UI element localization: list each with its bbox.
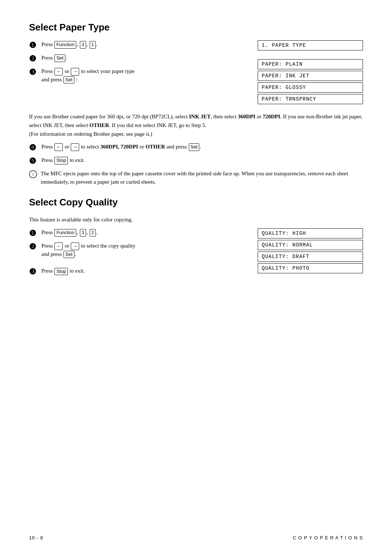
key-3-1: 3 bbox=[80, 41, 86, 48]
key-function-s2: Function bbox=[54, 229, 76, 236]
lcd-box-quality-draft: QUALITY: DRAFT bbox=[258, 252, 363, 262]
section2-step2-text3: and press bbox=[41, 251, 63, 257]
text-other-bold: OTHER bbox=[89, 122, 109, 128]
section2-step1-row: ❶ Press Function, 3, 2. bbox=[29, 228, 247, 238]
section-copy-quality: Select Copy Quality This feature is avai… bbox=[29, 197, 363, 280]
step3-row: ❸ Press ← or → to select your paper type… bbox=[29, 67, 247, 83]
lcd-area-2: QUALITY: HIGH QUALITY: NORMAL QUALITY: D… bbox=[258, 228, 363, 275]
section1-title: Select Paper Type bbox=[29, 22, 363, 33]
key-stop-s2: Stop bbox=[54, 268, 68, 275]
section2-step1-num: ❶ bbox=[29, 229, 40, 238]
key-left-3: ← bbox=[54, 68, 63, 75]
section1-steps: ❶ Press Function, 3, 1. ❷ Press Set. ❸ bbox=[29, 40, 258, 87]
key-left-s2: ← bbox=[54, 242, 63, 250]
step5-content: Press Stop to exit. bbox=[41, 156, 363, 164]
key-set-s2: Set bbox=[64, 251, 74, 258]
step2-text: Press bbox=[41, 55, 54, 61]
section2-step2-num: ❷ bbox=[29, 242, 40, 252]
key-right-s2: → bbox=[71, 242, 79, 250]
step1-row: ❶ Press Function, 3, 1. bbox=[29, 40, 247, 50]
step5-text: Press bbox=[41, 157, 54, 163]
key-right-4: → bbox=[71, 143, 79, 151]
step4-row: ❹ Press ← or → to select 360DPI, 720DPI … bbox=[29, 143, 363, 152]
lcd-box-plain: PAPER: PLAIN bbox=[258, 59, 363, 69]
footer-page: 10 - 8 bbox=[29, 535, 43, 540]
note-icon: i bbox=[29, 170, 37, 178]
lcd-box-quality-normal: QUALITY: NORMAL bbox=[258, 240, 363, 250]
key-3-s2: 3 bbox=[80, 229, 86, 236]
text-720dpi-bold: 720DPI bbox=[263, 114, 280, 119]
section2-step2-text1: Press bbox=[41, 243, 54, 249]
section1-content: ❶ Press Function, 3, 1. ❷ Press Set. ❸ bbox=[29, 40, 363, 106]
step4-or2: or bbox=[139, 144, 145, 150]
section2-steps: ❶ Press Function, 3, 2. ❷ Press ← or → t… bbox=[29, 228, 258, 280]
text-360dpi-bold: 360DPI bbox=[238, 114, 255, 119]
body-para-1: If you use Brother coated paper for 360 … bbox=[29, 112, 363, 138]
section2-step2-or: or bbox=[65, 243, 70, 249]
step3-colon: : bbox=[76, 77, 77, 82]
key-1-1: 1 bbox=[90, 41, 96, 48]
step4-options-bold: 360DPI, 720DPI bbox=[101, 144, 138, 150]
step3-text1: Press bbox=[41, 68, 54, 74]
step2-content: Press Set. bbox=[41, 54, 247, 62]
section2-step2-text2: to select the copy quality bbox=[81, 243, 135, 249]
section2-step3-row: ❸ Press Stop to exit. bbox=[29, 267, 247, 277]
step5-row: ❺ Press Stop to exit. bbox=[29, 156, 363, 166]
key-set-4: Set bbox=[189, 143, 200, 151]
key-2-s2: 2 bbox=[90, 229, 96, 236]
section2-step3-content: Press Stop to exit. bbox=[41, 267, 247, 275]
key-right-3: → bbox=[71, 68, 79, 75]
step3-text2: to select your paper type bbox=[81, 68, 134, 74]
key-stop-5: Stop bbox=[54, 157, 68, 164]
step3-indent: and press bbox=[41, 77, 63, 82]
footer: 10 - 8 C O P Y O P E R A T I O N S bbox=[29, 535, 363, 540]
note-content: The MFC ejects paper onto the top of the… bbox=[41, 170, 363, 186]
section2-step3-num: ❸ bbox=[29, 267, 40, 277]
section2-step1-content: Press Function, 3, 2. bbox=[41, 228, 247, 237]
step4-text2: to select bbox=[81, 144, 100, 150]
spacer-s2 bbox=[29, 262, 247, 267]
note-row: i The MFC ejects paper onto the top of t… bbox=[29, 170, 363, 186]
step4-content: Press ← or → to select 360DPI, 720DPI or… bbox=[41, 143, 363, 151]
step3-or: or bbox=[65, 68, 70, 74]
text-ink-jet-bold: INK JET bbox=[189, 114, 211, 119]
lcd-box-quality-photo: QUALITY: PHOTO bbox=[258, 263, 363, 273]
step4-other-bold: OTHER bbox=[146, 144, 165, 150]
step5-num: ❺ bbox=[29, 156, 40, 166]
step1-content: Press Function, 3, 1. bbox=[41, 40, 247, 49]
section-paper-type: Select Paper Type ❶ Press Function, 3, 1… bbox=[29, 22, 363, 186]
key-set-3: Set bbox=[64, 76, 74, 83]
step1-text: Press bbox=[41, 41, 54, 47]
section2-step3-text2: to exit. bbox=[70, 268, 85, 274]
lcd-box-trnsprncy: PAPER: TRNSPRNCY bbox=[258, 94, 363, 104]
section2-intro: This feature is available only for color… bbox=[29, 215, 363, 224]
section2-step2-content: Press ← or → to select the copy quality … bbox=[41, 242, 247, 258]
lcd-box-inkjet: PAPER: INK JET bbox=[258, 71, 363, 81]
lcd-box-quality-high: QUALITY: HIGH bbox=[258, 228, 363, 238]
step5-text2: to exit. bbox=[70, 157, 85, 163]
key-function-1: Function bbox=[54, 41, 76, 48]
step2-row: ❷ Press Set. bbox=[29, 54, 247, 64]
section2-content: ❶ Press Function, 3, 2. ❷ Press ← or → t… bbox=[29, 228, 363, 280]
key-left-4: ← bbox=[54, 143, 63, 151]
step3-content: Press ← or → to select your paper type a… bbox=[41, 67, 247, 83]
step4-text3: and press bbox=[167, 144, 188, 150]
step4-text1: Press bbox=[41, 144, 54, 150]
step3-num: ❸ bbox=[29, 68, 40, 77]
section2-title: Select Copy Quality bbox=[29, 197, 363, 208]
key-set-2: Set bbox=[54, 54, 65, 62]
lcd-box-papertype: 1. PAPER TYPE bbox=[258, 40, 363, 50]
section2-step1-text: Press bbox=[41, 229, 54, 235]
section2-step2-row: ❷ Press ← or → to select the copy qualit… bbox=[29, 242, 247, 258]
footer-section: C O P Y O P E R A T I O N S bbox=[293, 535, 363, 540]
lcd-area-1: 1. PAPER TYPE PAPER: PLAIN PAPER: INK JE… bbox=[258, 40, 363, 106]
lcd-box-glossy: PAPER: GLOSSY bbox=[258, 82, 363, 93]
step1-num: ❶ bbox=[29, 41, 40, 50]
step2-num: ❷ bbox=[29, 54, 40, 64]
step4-or: or bbox=[65, 144, 70, 150]
section2-step3-text: Press bbox=[41, 268, 54, 274]
step4-num: ❹ bbox=[29, 143, 40, 152]
